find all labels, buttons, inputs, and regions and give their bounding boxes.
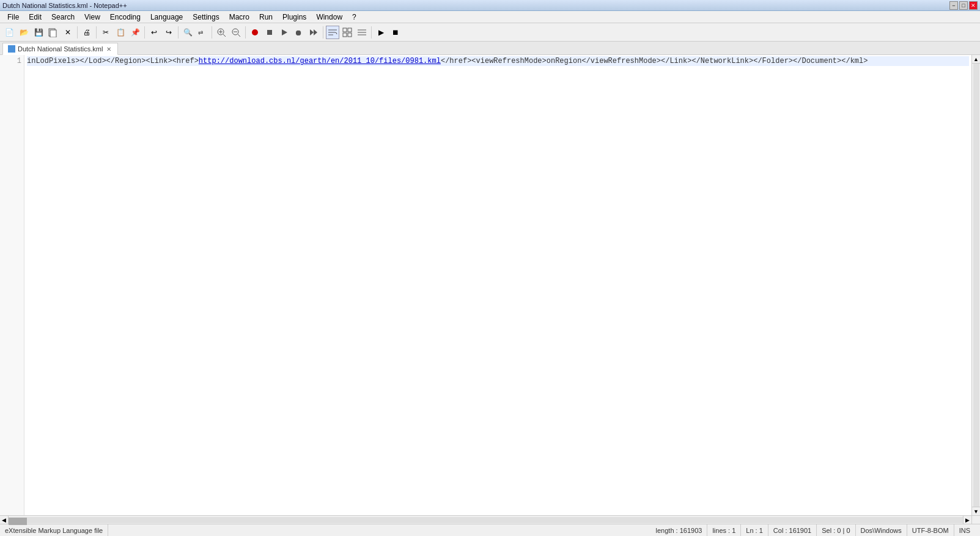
separator-3 (144, 26, 145, 39)
tab-file-icon (8, 45, 15, 53)
macro-record-button[interactable] (248, 26, 262, 39)
run-button[interactable]: ▶ (374, 26, 388, 39)
col-status: Col : 161901 (768, 524, 817, 536)
copy-button[interactable]: 📋 (114, 26, 127, 39)
menu-plugins[interactable]: Plugins (278, 12, 311, 23)
save-button[interactable]: 💾 (32, 26, 45, 39)
undo-button[interactable]: ↩ (147, 26, 161, 39)
tab-file-1[interactable]: Dutch National Statistics.kml ✕ (2, 43, 118, 55)
svg-rect-19 (343, 28, 347, 32)
scroll-left-button[interactable]: ◀ (0, 516, 9, 524)
menu-macro[interactable]: Macro (224, 12, 254, 23)
title-bar-controls: − □ ✕ (949, 1, 978, 10)
save-all-button[interactable] (46, 26, 60, 39)
scrollbar-corner (971, 516, 980, 524)
vertical-scrollbar-track[interactable] (973, 64, 979, 507)
separator-6 (245, 26, 246, 39)
wordwrap-button[interactable] (326, 26, 339, 39)
horizontal-scrollbar-track[interactable] (9, 517, 963, 523)
scroll-up-button[interactable]: ▲ (972, 55, 981, 64)
status-bar: eXtensible Markup Language file length :… (0, 524, 980, 536)
indent-button[interactable] (355, 26, 369, 39)
eol-status: Dos\Windows (856, 524, 907, 536)
line-number-1: 1 (2, 56, 21, 66)
macro-stop-button[interactable] (263, 26, 276, 39)
separator-8 (371, 26, 372, 39)
replace-button[interactable]: ⇄ (196, 26, 209, 39)
scroll-right-button[interactable]: ▶ (963, 516, 971, 524)
menu-run[interactable]: Run (254, 12, 278, 23)
separator-5 (212, 26, 212, 39)
separator-1 (77, 26, 78, 39)
encoding-status: UTF-8-BOM (907, 524, 954, 536)
svg-rect-22 (348, 33, 352, 37)
close-button-tb[interactable]: ✕ (61, 26, 75, 39)
menu-search[interactable]: Search (46, 12, 79, 23)
toolbar: 📄 📂 💾 ✕ 🖨 ✂ 📋 📌 ↩ ↪ 🔍 ⇄ ⏺ (0, 23, 980, 42)
horizontal-scrollbar-thumb[interactable] (9, 518, 27, 525)
svg-marker-14 (310, 29, 314, 35)
new-button[interactable]: 📄 (2, 26, 16, 39)
maximize-button[interactable]: □ (959, 1, 968, 10)
menu-edit[interactable]: Edit (24, 12, 46, 23)
length-status: length : 161903 (651, 524, 708, 536)
svg-point-10 (252, 29, 258, 35)
redo-button[interactable]: ↪ (162, 26, 175, 39)
title-bar-text: Dutch National Statistics.kml - Notepad+… (2, 2, 127, 9)
file-type-status: eXtensible Markup Language file (5, 524, 108, 536)
menu-encoding[interactable]: Encoding (105, 12, 146, 23)
separator-7 (323, 26, 323, 39)
menu-bar: File Edit Search View Encoding Language … (0, 11, 980, 23)
svg-text:⏺: ⏺ (295, 28, 303, 37)
find-button[interactable]: 🔍 (181, 26, 194, 39)
ln-status: Ln : 1 (741, 524, 768, 536)
tab-close-button[interactable]: ✕ (105, 46, 112, 53)
print-button[interactable]: 🖨 (80, 26, 94, 39)
menu-file[interactable]: File (2, 12, 24, 23)
svg-text:⇄: ⇄ (198, 29, 203, 36)
svg-rect-1 (50, 30, 56, 37)
svg-rect-11 (267, 30, 272, 35)
editor-content[interactable]: inLodPixels></Lod></Region><Link><href>h… (24, 55, 971, 515)
menu-settings[interactable]: Settings (188, 12, 224, 23)
tab-label: Dutch National Statistics.kml (18, 45, 103, 53)
zoom-in-button[interactable] (215, 26, 228, 39)
svg-line-8 (238, 34, 240, 37)
zoom-out-button[interactable] (229, 26, 243, 39)
ins-status: INS (954, 524, 975, 536)
stop-run-button[interactable]: ⏹ (389, 26, 402, 39)
separator-2 (96, 26, 97, 39)
macro-run-button[interactable] (307, 26, 320, 39)
menu-window[interactable]: Window (311, 12, 347, 23)
svg-line-4 (223, 34, 226, 37)
svg-marker-12 (282, 29, 287, 35)
close-button[interactable]: ✕ (969, 1, 978, 10)
minimize-button[interactable]: − (949, 1, 958, 10)
vertical-scrollbar[interactable]: ▲ ▼ (971, 55, 980, 515)
alldocs-button[interactable] (341, 26, 354, 39)
menu-view[interactable]: View (79, 12, 105, 23)
menu-help[interactable]: ? (347, 12, 361, 23)
svg-rect-21 (343, 33, 347, 37)
tab-bar: Dutch National Statistics.kml ✕ (0, 42, 980, 55)
sel-status: Sel : 0 | 0 (817, 524, 855, 536)
horizontal-scrollbar[interactable]: ◀ ▶ (0, 515, 980, 524)
line-numbers: 1 (0, 55, 24, 515)
editor-area: 1 inLodPixels></Lod></Region><Link><href… (0, 55, 980, 515)
svg-marker-15 (314, 29, 317, 35)
editor-container[interactable]: 1 inLodPixels></Lod></Region><Link><href… (0, 55, 971, 515)
svg-rect-20 (348, 28, 352, 32)
cut-button[interactable]: ✂ (99, 26, 112, 39)
title-bar: Dutch National Statistics.kml - Notepad+… (0, 0, 980, 11)
lines-status: lines : 1 (707, 524, 741, 536)
paste-button[interactable]: 📌 (128, 26, 142, 39)
macro-play-button[interactable] (278, 26, 291, 39)
code-line-1: inLodPixels></Lod></Region><Link><href>h… (27, 56, 969, 66)
scroll-down-button[interactable]: ▼ (972, 507, 981, 515)
open-button[interactable]: 📂 (17, 26, 31, 39)
menu-language[interactable]: Language (146, 12, 188, 23)
separator-4 (178, 26, 179, 39)
macro-save-button[interactable]: ⏺ (292, 26, 306, 39)
